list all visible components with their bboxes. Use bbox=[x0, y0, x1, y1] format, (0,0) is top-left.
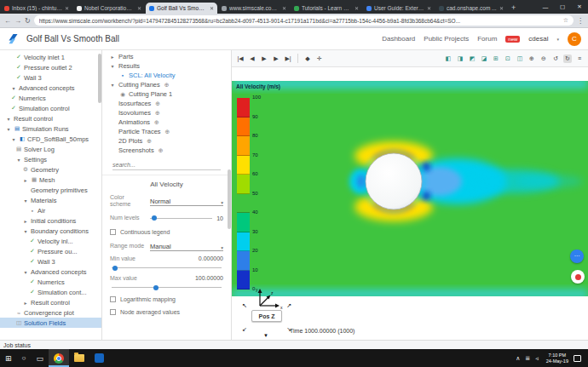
measure-tool-button[interactable]: ✛ bbox=[315, 55, 324, 62]
post-tree-particle-traces[interactable]: Particle Traces⊕ bbox=[102, 127, 231, 136]
browser-tab-userguide[interactable]: User Guide: External ... ✕ bbox=[363, 3, 435, 14]
tree-item-advanced-concepts-run[interactable]: ▾Advanced concepts bbox=[0, 267, 101, 277]
task-view-button[interactable]: ▭ bbox=[36, 354, 43, 363]
app-taskbar-button[interactable] bbox=[89, 349, 110, 367]
rotate-down-icon[interactable]: ▼ bbox=[263, 333, 268, 338]
post-tree-scl-all-velocity[interactable]: ▪SCL: All Velocity bbox=[102, 71, 231, 80]
nav-forum-link[interactable]: Forum bbox=[477, 35, 497, 43]
reload-button[interactable]: ↻ bbox=[25, 17, 31, 25]
fit-view-button[interactable]: ⊡ bbox=[504, 55, 512, 62]
tree-item-numerics-run[interactable]: ✓Numerics bbox=[0, 277, 101, 287]
browser-tab-simscale[interactable]: www.simscale.com ... ✕ bbox=[218, 3, 290, 14]
logarithmic-mapping-checkbox-row[interactable]: Logarithmic mapping bbox=[102, 293, 231, 306]
tree-item-wall-3[interactable]: ✓Wall 3 bbox=[0, 72, 101, 83]
nav-cube-face-button[interactable]: Pos Z bbox=[251, 310, 282, 322]
grid-view-button[interactable]: ⊞ bbox=[492, 55, 500, 62]
last-frame-button[interactable]: ▶| bbox=[284, 55, 292, 62]
tree-item-wall-3-run[interactable]: ✓Wall 3 bbox=[0, 256, 101, 267]
add-icon[interactable]: ⊕ bbox=[165, 129, 170, 135]
add-icon[interactable]: ⊕ bbox=[164, 82, 170, 89]
tree-item-cfd-softball-50mps[interactable]: ▾◧CFD_SoftBall_50mps bbox=[0, 134, 101, 144]
tree-item-geometry-primitives[interactable]: Geometry primitives bbox=[0, 185, 101, 195]
play-button[interactable]: ▶ bbox=[260, 55, 268, 62]
zoom-out-button[interactable]: ⊖ bbox=[539, 55, 548, 62]
tab-close-icon[interactable]: ✕ bbox=[65, 5, 69, 11]
tree-item-convergence-plot[interactable]: ≈Convergence plot bbox=[0, 307, 101, 318]
tree-item-velocity-inlet[interactable]: ✓Velocity inl... bbox=[0, 236, 101, 246]
bookmark-star-icon[interactable]: ☆ bbox=[563, 17, 568, 24]
slider-thumb[interactable] bbox=[152, 215, 157, 221]
tree-item-numerics[interactable]: ✓Numerics bbox=[0, 93, 101, 103]
tree-item-advanced-concepts[interactable]: ▾Advanced concepts bbox=[0, 83, 101, 93]
volume-icon[interactable]: ◃ bbox=[535, 355, 539, 362]
browser-tab-inbox[interactable]: Inbox (15) - chintuj... ✕ bbox=[1, 3, 72, 14]
scrollbar-thumb[interactable] bbox=[228, 169, 231, 229]
top-view-button[interactable]: ◩ bbox=[468, 55, 476, 62]
scrollbar-thumb[interactable] bbox=[98, 54, 101, 103]
tree-item-pressure-outlet[interactable]: ✓Pressure ou... bbox=[0, 246, 101, 256]
range-mode-select[interactable]: Manual ▾ bbox=[150, 241, 223, 251]
new-tab-button[interactable]: + bbox=[511, 3, 516, 12]
search-input[interactable] bbox=[112, 161, 221, 170]
max-value-slider[interactable] bbox=[112, 287, 222, 288]
post-tree-screenshots[interactable]: Screenshots⊕ bbox=[102, 146, 231, 155]
tab-close-icon[interactable]: ✕ bbox=[499, 5, 504, 11]
nav-public-projects-link[interactable]: Public Projects bbox=[424, 35, 469, 43]
checkbox[interactable] bbox=[110, 309, 116, 315]
close-button[interactable]: ✕ bbox=[571, 0, 588, 14]
back-button[interactable]: ← bbox=[4, 17, 11, 25]
file-explorer-taskbar-button[interactable] bbox=[69, 349, 89, 367]
continuous-legend-checkbox-row[interactable]: Continuous legend bbox=[102, 226, 231, 238]
browser-tab-nobel[interactable]: Nobel Corporation ... ✕ bbox=[73, 3, 145, 14]
min-value[interactable]: 0.000000 bbox=[199, 255, 223, 261]
min-value-slider[interactable] bbox=[112, 267, 222, 268]
select-tool-button[interactable]: ◆ bbox=[303, 55, 312, 62]
tree-item-solution-fields-selected[interactable]: ◫Solution Fields bbox=[0, 318, 101, 328]
avatar[interactable]: C bbox=[568, 32, 581, 46]
rotate-right-button[interactable]: ↻ bbox=[563, 54, 572, 63]
tree-item-velocity-inlet-1[interactable]: ✓Velocity inlet 1 bbox=[0, 52, 101, 62]
slider-thumb[interactable] bbox=[112, 266, 118, 271]
view-menu-button[interactable]: ≡ bbox=[575, 55, 584, 61]
post-tree-cutting-planes[interactable]: ▾Cutting Planes⊕ bbox=[102, 80, 231, 89]
checkbox[interactable] bbox=[110, 296, 116, 302]
checkbox[interactable] bbox=[110, 229, 116, 235]
network-icon[interactable]: ≣ bbox=[525, 355, 530, 362]
next-frame-button[interactable]: ▶ bbox=[272, 55, 280, 62]
tree-item-mesh[interactable]: ▸▦Mesh bbox=[0, 175, 101, 185]
add-icon[interactable]: ⊕ bbox=[154, 119, 159, 126]
slider-thumb[interactable] bbox=[153, 285, 159, 290]
post-tree-2d-plots[interactable]: 2D Plots⊕ bbox=[102, 136, 231, 146]
scene-3d[interactable]: All Velocity (m/s) 100 90 80 70 60 50 40… bbox=[232, 67, 588, 340]
add-icon[interactable]: ⊕ bbox=[147, 138, 152, 145]
color-scheme-select[interactable]: Normal ▾ bbox=[150, 196, 223, 206]
address-bar[interactable]: https://www.simscale.com/workbench/?pid=… bbox=[34, 15, 574, 26]
browser-tab-tutorials[interactable]: Tutorials - Learn CF... ✕ bbox=[291, 3, 362, 14]
tree-item-solver-log[interactable]: ▤Solver Log bbox=[0, 144, 101, 154]
add-icon[interactable]: ⊕ bbox=[155, 110, 160, 117]
max-value[interactable]: 100.00000 bbox=[195, 275, 223, 281]
front-view-button[interactable]: ◧ bbox=[444, 55, 453, 62]
first-frame-button[interactable]: |◀ bbox=[236, 55, 245, 62]
tree-item-result-control-run[interactable]: ▸Result control bbox=[0, 297, 101, 307]
tree-item-simulation-control-run[interactable]: ✓Simulation cont... bbox=[0, 287, 101, 297]
browser-tab-golfball-active[interactable]: Golf Ball Vs Smooth ... ✕ bbox=[146, 3, 217, 14]
zoom-in-button[interactable]: ⊕ bbox=[527, 55, 536, 62]
rotate-up-right-icon[interactable]: ↗ bbox=[286, 302, 291, 309]
num-levels-slider[interactable] bbox=[150, 218, 212, 219]
minimize-button[interactable]: — bbox=[537, 0, 554, 14]
search-icon[interactable]: ○ bbox=[22, 354, 26, 362]
username-menu[interactable]: cdesal bbox=[528, 35, 548, 43]
tree-item-initial-conditions[interactable]: ▸Initial conditions bbox=[0, 215, 101, 226]
rotate-down-left-icon[interactable]: ↙ bbox=[242, 326, 247, 333]
bottom-view-button[interactable]: ◪ bbox=[480, 55, 488, 62]
tab-close-icon[interactable]: ✕ bbox=[427, 5, 431, 11]
rotate-left-button[interactable]: ↺ bbox=[551, 55, 560, 62]
tree-item-geometry[interactable]: ⚙Geometry bbox=[0, 164, 101, 175]
post-tree-results[interactable]: ▾Results bbox=[102, 61, 231, 71]
add-icon[interactable]: ⊕ bbox=[159, 147, 164, 154]
tree-item-materials[interactable]: ▾Materials bbox=[0, 195, 101, 205]
tree-item-settings[interactable]: ▾Settings bbox=[0, 154, 101, 164]
tree-item-result-control[interactable]: ▾Result control bbox=[0, 113, 101, 123]
tab-close-icon[interactable]: ✕ bbox=[282, 5, 286, 11]
